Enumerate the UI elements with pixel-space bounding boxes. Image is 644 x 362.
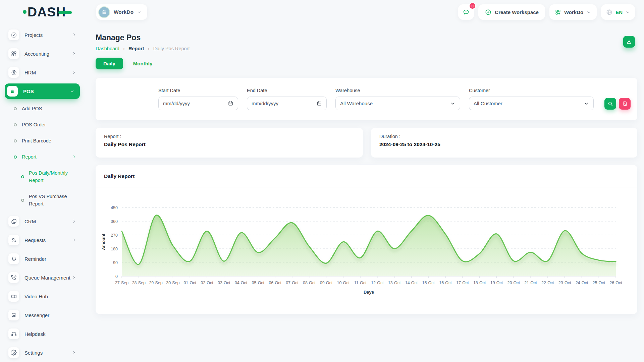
sidebar-item-hrm[interactable]: HRM [0,63,85,82]
chevron-down-icon [450,101,455,106]
svg-text:06-Oct: 06-Oct [269,281,281,285]
svg-text:90: 90 [113,260,118,265]
calendar-icon [316,101,322,106]
create-workspace-button[interactable]: Create Workspace [478,4,545,20]
globe-icon [606,9,613,16]
language-code: EN [615,9,623,15]
svg-text:10-Oct: 10-Oct [337,281,350,285]
svg-text:11-Oct: 11-Oct [354,281,367,285]
headset-icon [8,328,19,339]
apply-filter-button[interactable] [604,98,616,110]
customer-field: Customer All Customer [469,88,594,110]
customer-label: Customer [469,88,594,93]
sidebar-item-crm[interactable]: CRM [0,212,85,231]
svg-text:12-Oct: 12-Oct [371,281,384,285]
end-date-label: End Date [247,88,327,93]
crm-icon [8,216,19,227]
sidebar-item-video-hub[interactable]: Video Hub [0,287,85,306]
sidebar-item-print-barcode[interactable]: Print Barcode [0,133,85,149]
svg-text:01-Oct: 01-Oct [183,281,196,285]
svg-text:30-Sep: 30-Sep [166,281,179,285]
language-selector[interactable]: EN [601,4,635,20]
reset-filter-button[interactable] [619,98,631,110]
start-date-input[interactable]: mm/dd/yyyy [158,97,238,110]
chevron-down-icon [137,10,142,15]
breadcrumb-dashboard[interactable]: Dashboard [96,46,119,51]
chevron-down-icon [586,10,591,15]
logo-dot-icon [23,10,26,14]
sidebar-item-report[interactable]: Report [0,149,85,165]
chevron-right-icon [72,33,76,37]
sidebar-item-requests[interactable]: Requests [0,231,85,249]
account-menu-button[interactable]: WorkDo [549,4,597,20]
notification-badge: 0 [469,2,476,9]
sidebar-item-pos-daily-monthly-report[interactable]: Pos Daily/Monthly Report [0,165,85,188]
svg-text:21-Oct: 21-Oct [524,281,537,285]
sidebar-item-add-pos[interactable]: Add POS [0,101,85,117]
logo-dash-icon [58,11,72,14]
chevron-right-icon [72,155,76,159]
end-date-input[interactable]: mm/dd/yyyy [247,97,327,110]
svg-text:28-Sep: 28-Sep [132,281,146,285]
grid-plus-icon [555,9,561,15]
svg-text:360: 360 [111,219,118,224]
svg-text:180: 180 [111,247,118,251]
calendar-icon [228,101,233,106]
workspace-switcher[interactable]: WorkDo [96,4,147,20]
breadcrumb: Dashboard › Report › Daily Pos Report [96,46,637,51]
svg-text:25-Oct: 25-Oct [592,281,605,285]
projects-icon [8,29,19,40]
svg-text:270: 270 [111,233,118,238]
filter-card: Start Date mm/dd/yyyy End Date mm/dd/yyy… [96,78,637,120]
sidebar-item-settings[interactable]: Settings [0,343,85,362]
breadcrumb-report[interactable]: Report [128,46,144,51]
warehouse-select[interactable]: All Warehouse [335,97,460,110]
breadcrumb-separator: › [148,46,150,51]
svg-text:05-Oct: 05-Oct [252,281,265,285]
tab-daily[interactable]: Daily [96,58,123,69]
sidebar-item-projects[interactable]: Projects [0,25,85,44]
tab-monthly[interactable]: Monthly [133,61,153,66]
chevron-right-icon [72,238,76,242]
sidebar-item-pos-vs-purchase-report[interactable]: Pos VS Purchase Report [0,188,85,212]
daily-report-card: Daily Report 45036027018090027-Sep28-Sep… [96,165,637,314]
svg-text:14-Oct: 14-Oct [405,281,418,285]
svg-text:07-Oct: 07-Oct [286,281,299,285]
video-camera-icon [8,291,19,302]
chart-title: Daily Report [96,165,637,179]
summary-row: Report : Daily Pos Report Duration : 202… [96,128,637,158]
bullet-icon [14,123,17,126]
report-summary-card: Report : Daily Pos Report [96,128,363,158]
sidebar-item-pos-order[interactable]: POS Order [0,117,85,133]
start-date-label: Start Date [158,88,238,93]
sidebar: Projects Accounting HRM POS Add POS POS … [0,24,85,362]
duration-summary-card: Duration : 2024-09-25 to 2024-10-25 [371,128,637,158]
sidebar-item-messenger[interactable]: Messenger [0,306,85,324]
requests-icon [8,235,19,245]
chevron-right-icon [72,275,76,280]
gear-icon [8,347,19,358]
sidebar-item-queue-management[interactable]: Queue Management [0,268,85,287]
daily-report-chart: 45036027018090027-Sep28-Sep29-Sep30-Sep0… [96,187,637,301]
chevron-down-icon [584,101,589,106]
duration-summary-value: 2024-09-25 to 2024-10-25 [379,141,629,147]
phone-queue-icon [8,272,19,283]
download-button[interactable] [623,36,635,48]
report-period-tabs: Daily Monthly [96,58,637,69]
end-date-field: End Date mm/dd/yyyy [247,88,327,110]
sidebar-item-pos[interactable]: POS [5,83,80,99]
messenger-icon [8,310,19,320]
sidebar-item-accounting[interactable]: Accounting [0,44,85,63]
sidebar-item-helpdesk[interactable]: Helpdesk [0,324,85,343]
area-chart-svg: 45036027018090027-Sep28-Sep29-Sep30-Sep0… [96,188,637,299]
svg-text:24-Oct: 24-Oct [576,281,588,285]
svg-text:18-Oct: 18-Oct [473,281,486,285]
svg-text:20-Oct: 20-Oct [507,281,520,285]
customer-select[interactable]: All Customer [469,97,594,110]
notifications-button[interactable]: 0 [458,4,474,20]
accounting-icon [8,48,19,59]
breadcrumb-current: Daily Pos Report [153,46,190,51]
account-menu-label: WorkDo [564,9,583,15]
svg-text:16-Oct: 16-Oct [439,281,452,285]
sidebar-item-reminder[interactable]: Reminder [0,249,85,268]
